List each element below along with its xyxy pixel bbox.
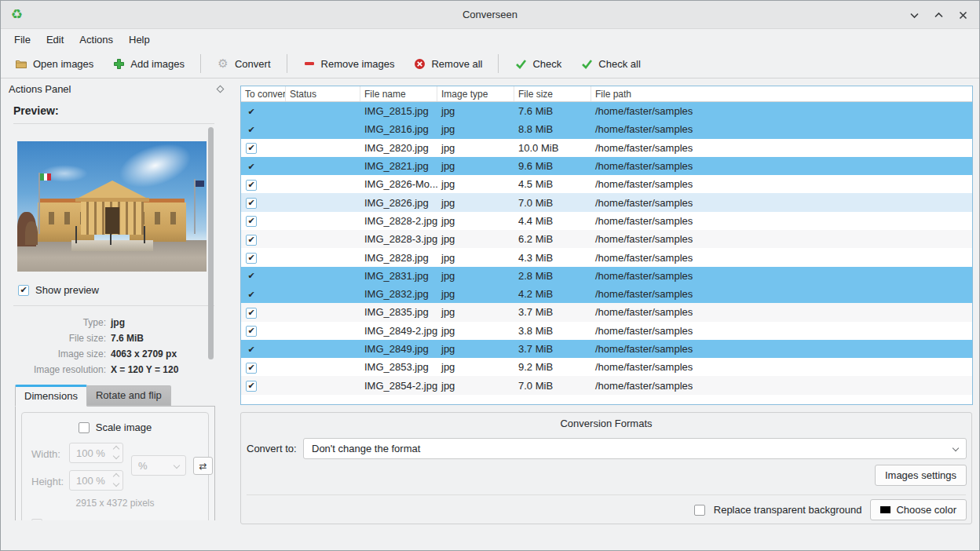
height-spinbox[interactable]: 100 %	[69, 470, 123, 491]
row-file-size: 10.0 MiB	[514, 142, 591, 154]
check-button[interactable]: Check	[506, 53, 569, 74]
swap-dimensions-button[interactable]: ⇄	[193, 457, 213, 475]
actions-panel-header[interactable]: Actions Panel	[1, 79, 233, 100]
table-row[interactable]: ✔ IMG_2854-2.jpg jpg 7.0 MiB /home/faste…	[241, 376, 972, 394]
remove-all-button[interactable]: Remove all	[405, 53, 490, 74]
format-select[interactable]: Don't change the format	[303, 438, 967, 459]
convert-button[interactable]: ⚙ Convert	[209, 53, 279, 74]
row-file-path: /home/faster/samples	[591, 105, 972, 117]
table-row[interactable]: ✔ IMG_2849.jpg jpg 3.7 MiB /home/faster/…	[241, 340, 972, 358]
actions-panel-body: Preview:	[7, 101, 218, 520]
minimize-button[interactable]	[909, 10, 920, 20]
actions-panel-title: Actions Panel	[9, 83, 71, 95]
row-image-type: jpg	[437, 252, 514, 264]
row-file-name: IMG_2832.jpg	[360, 288, 437, 300]
row-checkbox[interactable]: ✔	[246, 125, 257, 136]
chevron-down-icon	[953, 445, 959, 451]
row-file-name: IMG_2828.jpg	[360, 252, 437, 264]
row-checkbox[interactable]: ✔	[246, 326, 257, 337]
width-label: Width:	[31, 448, 60, 460]
convert-gear-icon: ⚙	[217, 57, 229, 70]
table-row[interactable]: ✔ IMG_2828-3.jpg jpg 6.2 MiB /home/faste…	[241, 230, 972, 248]
panel-scrollbar-thumb[interactable]	[208, 127, 214, 359]
row-file-name: IMG_2820.jpg	[360, 142, 437, 154]
row-file-path: /home/faster/samples	[591, 123, 972, 135]
row-file-size: 3.7 MiB	[514, 343, 591, 355]
row-file-name: IMG_2854-2.jpg	[360, 380, 437, 392]
col-file-size[interactable]: File size	[514, 86, 591, 101]
col-status[interactable]: Status	[286, 86, 360, 101]
col-file-name[interactable]: File name	[360, 86, 437, 101]
table-row[interactable]: ✔ IMG_2828-2.jpg jpg 4.4 MiB /home/faste…	[241, 212, 972, 230]
row-file-name: IMG_2826-Mo...	[360, 178, 437, 190]
table-row[interactable]: ✔ IMG_2826.jpg jpg 7.0 MiB /home/faster/…	[241, 193, 972, 211]
row-file-name: IMG_2828-2.jpg	[360, 215, 437, 227]
scale-image-checkbox[interactable]	[79, 422, 90, 433]
col-to-convert[interactable]: To convert	[241, 86, 286, 101]
row-image-type: jpg	[437, 343, 514, 355]
table-row[interactable]: ✔ IMG_2815.jpg jpg 7.6 MiB /home/faster/…	[241, 102, 972, 120]
row-checkbox[interactable]: ✔	[246, 198, 257, 209]
table-row[interactable]: ✔ IMG_2821.jpg jpg 9.6 MiB /home/faster/…	[241, 157, 972, 175]
row-file-size: 4.5 MiB	[514, 178, 591, 190]
row-file-name: IMG_2831.jpg	[360, 270, 437, 282]
col-image-type[interactable]: Image type	[437, 86, 514, 101]
row-checkbox[interactable]: ✔	[246, 143, 257, 154]
row-checkbox[interactable]: ✔	[246, 180, 257, 191]
link-aspect-checkbox[interactable]	[31, 519, 42, 521]
table-row[interactable]: ✔ IMG_2835.jpg jpg 3.7 MiB /home/faster/…	[241, 303, 972, 321]
table-row[interactable]: ✔ IMG_2826-Mo... jpg 4.5 MiB /home/faste…	[241, 175, 972, 193]
table-row[interactable]: ✔ IMG_2831.jpg jpg 2.8 MiB /home/faster/…	[241, 267, 972, 285]
check-all-button[interactable]: Check all	[572, 53, 648, 74]
row-checkbox[interactable]: ✔	[246, 363, 257, 374]
row-checkbox[interactable]: ✔	[246, 253, 257, 264]
row-file-path: /home/faster/samples	[591, 270, 972, 282]
add-images-button[interactable]: Add images	[104, 53, 192, 74]
close-button[interactable]	[958, 10, 968, 20]
choose-color-button[interactable]: Choose color	[870, 499, 967, 520]
replace-background-checkbox[interactable]	[694, 505, 705, 516]
row-checkbox[interactable]: ✔	[246, 235, 257, 246]
toolbar: Open images Add images ⚙ Convert Remove …	[1, 49, 979, 78]
tab-dimensions[interactable]: Dimensions	[15, 385, 87, 407]
toolbar-separator	[287, 54, 287, 73]
table-row[interactable]: ✔ IMG_2820.jpg jpg 10.0 MiB /home/faster…	[241, 139, 972, 157]
row-checkbox[interactable]: ✔	[246, 381, 257, 392]
row-checkbox[interactable]: ✔	[246, 308, 257, 319]
row-file-path: /home/faster/samples	[591, 361, 972, 373]
width-spinbox[interactable]: 100 %	[69, 443, 123, 463]
row-image-type: jpg	[437, 233, 514, 245]
table-row[interactable]: ✔ IMG_2816.jpg jpg 8.8 MiB /home/faster/…	[241, 120, 972, 138]
table-row[interactable]: ✔ IMG_2853.jpg jpg 9.2 MiB /home/faster/…	[241, 358, 972, 376]
remove-images-button[interactable]: Remove images	[295, 53, 403, 74]
row-checkbox[interactable]: ✔	[246, 345, 257, 356]
maximize-button[interactable]	[934, 10, 944, 20]
show-preview-checkbox[interactable]: ✔	[18, 285, 29, 296]
row-image-type: jpg	[437, 215, 514, 227]
replace-background-label: Replace transparent background	[714, 504, 862, 516]
float-panel-icon[interactable]	[217, 86, 225, 93]
table-row[interactable]: ✔ IMG_2832.jpg jpg 4.2 MiB /home/faster/…	[241, 285, 972, 303]
menu-edit[interactable]: Edit	[39, 31, 71, 48]
row-file-path: /home/faster/samples	[591, 197, 972, 209]
menu-actions[interactable]: Actions	[72, 31, 120, 48]
unit-combobox[interactable]: %	[131, 455, 186, 476]
row-file-size: 2.8 MiB	[514, 270, 591, 282]
image-info: Type:jpg File size:7.6 MiB Image size:40…	[7, 317, 218, 375]
table-row[interactable]: ✔ IMG_2828.jpg jpg 4.3 MiB /home/faster/…	[241, 248, 972, 266]
row-checkbox[interactable]: ✔	[246, 162, 257, 173]
row-checkbox[interactable]: ✔	[246, 290, 257, 301]
row-checkbox[interactable]: ✔	[246, 271, 257, 282]
images-settings-button[interactable]: Images settings	[875, 465, 967, 486]
convert-to-label: Convert to:	[247, 443, 303, 454]
tab-rotate-flip[interactable]: Rotate and flip	[87, 385, 171, 406]
menu-file[interactable]: File	[7, 31, 38, 48]
table-row[interactable]: ✔ IMG_2849-2.jpg jpg 3.8 MiB /home/faste…	[241, 322, 972, 340]
table-body: ✔ IMG_2815.jpg jpg 7.6 MiB /home/faster/…	[241, 102, 972, 395]
col-file-path[interactable]: File path	[591, 86, 972, 101]
menu-help[interactable]: Help	[122, 31, 157, 48]
row-file-size: 7.6 MiB	[514, 105, 591, 117]
row-checkbox[interactable]: ✔	[246, 216, 257, 227]
row-checkbox[interactable]: ✔	[246, 107, 257, 118]
open-images-button[interactable]: Open images	[7, 53, 101, 74]
